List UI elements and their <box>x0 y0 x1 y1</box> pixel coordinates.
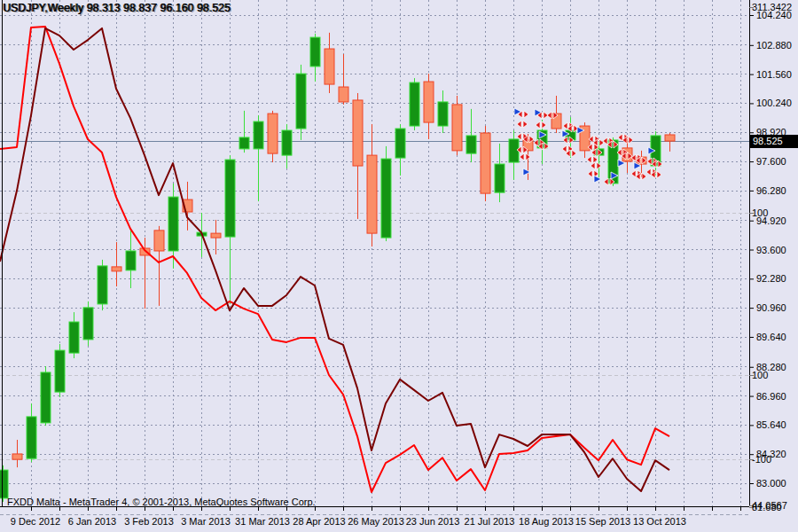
chart-window: 104.240102.880101.560100.24098.92097.600… <box>0 0 798 532</box>
candle-body <box>466 136 476 153</box>
indicator-line-maroon <box>0 28 669 491</box>
time-axis[interactable] <box>0 506 749 532</box>
candle-body <box>268 113 278 153</box>
signal-arrow-red <box>536 121 546 129</box>
candle-body <box>112 267 121 271</box>
candle-body <box>225 160 235 237</box>
signal-arrow-blue <box>523 168 530 176</box>
candle-body <box>410 82 419 126</box>
candle-body <box>381 159 391 238</box>
candle-body <box>424 82 434 122</box>
signal-arrow-red <box>517 121 528 128</box>
signal-arrow-red <box>520 153 530 160</box>
candle-body <box>353 100 363 166</box>
candle-body <box>27 417 36 458</box>
candle-body <box>438 102 448 126</box>
candle-body <box>367 155 377 233</box>
price-chart-canvas[interactable]: 104.240102.880101.560100.24098.92097.600… <box>0 0 798 532</box>
signal-arrow-red <box>562 145 573 153</box>
candle-body <box>254 121 263 149</box>
candle-body <box>509 139 519 162</box>
chart-title: USDJPY,Weekly 98.313 98.837 96.160 98.52… <box>3 2 231 14</box>
signal-arrow-blue <box>594 176 601 183</box>
candle-body <box>126 251 136 270</box>
candle-body <box>452 105 462 151</box>
candle-body <box>41 372 51 423</box>
signal-arrow-red <box>588 170 598 177</box>
candle-body <box>282 130 292 155</box>
candle-body <box>239 137 249 149</box>
candle-body <box>339 87 348 102</box>
candle-body <box>12 454 22 459</box>
candle-body <box>211 233 221 238</box>
candle-body <box>395 129 405 158</box>
candle-body <box>481 133 490 193</box>
candle-body <box>310 37 320 66</box>
signal-arrow-red <box>591 162 601 169</box>
candle-body <box>69 322 79 353</box>
candle-body <box>495 164 505 192</box>
current-price-tag: 98.525 <box>750 135 798 148</box>
price-axis[interactable] <box>749 0 798 506</box>
signal-arrow-red <box>587 156 598 163</box>
indicator-line-red <box>0 27 669 492</box>
candle-body <box>665 135 675 141</box>
candle-body <box>0 470 8 498</box>
candle-body <box>55 350 65 392</box>
candle-body <box>296 74 306 129</box>
candle-body <box>154 231 164 251</box>
candle-body <box>98 266 107 304</box>
candle-body <box>325 49 334 84</box>
copyright-text: FXDD Malta - MetaTrader 4, © 2001-2013, … <box>7 497 316 507</box>
candle-body <box>168 197 178 251</box>
candle-body <box>83 308 93 340</box>
